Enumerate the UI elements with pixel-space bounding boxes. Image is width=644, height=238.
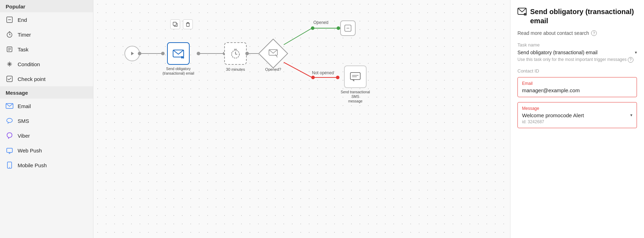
- help-icon-link[interactable]: ?: [591, 30, 597, 36]
- sidebar-item-sms[interactable]: SMS: [0, 113, 93, 128]
- copy-button[interactable]: [170, 19, 180, 29]
- svg-point-22: [9, 167, 10, 168]
- sms-label: Send transactional SMSmessage: [338, 90, 373, 104]
- opened-diamond[interactable]: [258, 39, 288, 69]
- send-email-label: Send obligatory(transactional) email: [162, 67, 194, 76]
- timer-icon: [6, 31, 13, 38]
- node-toolbar: [170, 19, 193, 29]
- diamond-icon: [268, 48, 278, 60]
- sidebar-item-email[interactable]: Email: [0, 99, 93, 113]
- sidebar-item-task[interactable]: Task: [0, 42, 93, 57]
- task-desc: Use this task only for the most importan…: [517, 57, 637, 63]
- sidebar-item-mobilepush-label: Mobile Push: [18, 162, 47, 168]
- message-id: id: 3242687: [522, 119, 632, 124]
- connector-dot-start: [138, 52, 141, 55]
- message-field-chevron: ▾: [630, 113, 632, 118]
- sidebar-item-condition[interactable]: Condition: [0, 57, 93, 71]
- svg-rect-18: [7, 148, 12, 152]
- timer-label: 30 minutes: [226, 67, 245, 72]
- message-field-value: Welcome promocode Alert: [522, 112, 584, 118]
- opened-green-dot2: [311, 26, 314, 30]
- sidebar-item-email-label: Email: [18, 103, 31, 109]
- svg-marker-33: [131, 52, 134, 55]
- svg-line-17: [8, 123, 8, 124]
- sidebar-item-viber-label: Viber: [18, 133, 30, 139]
- right-panel-title: Send obligatory (transactional) email: [530, 7, 637, 25]
- task-name-chevron: ▾: [635, 50, 637, 55]
- sidebar-item-task-label: Task: [18, 46, 29, 52]
- connector-dot-after-email: [197, 52, 200, 55]
- svg-rect-32: [186, 23, 189, 26]
- help-icon-desc[interactable]: ?: [628, 57, 633, 63]
- task-icon: [6, 45, 13, 53]
- sidebar: Popular End Timer: [0, 0, 93, 238]
- email-field-value: manager@example.com: [522, 87, 632, 93]
- sidebar-item-checkpoint-label: Check point: [18, 76, 45, 82]
- message-field-select: Welcome promocode Alert ▾: [522, 112, 632, 118]
- message-field-label: Message: [522, 106, 632, 111]
- open-rect-box[interactable]: [340, 20, 356, 36]
- contact-id-label: Contact ID: [517, 68, 637, 74]
- not-opened-branch-label: Not opened: [312, 70, 334, 75]
- sidebar-item-timer[interactable]: Timer: [0, 27, 93, 42]
- sms-node[interactable]: Send transactional SMSmessage: [338, 65, 373, 104]
- opened-green-dot: [337, 26, 340, 30]
- opened-branch-label: Opened: [313, 20, 329, 25]
- right-panel-header: Send obligatory (transactional) email: [517, 7, 637, 25]
- send-email-node[interactable]: Send obligatory(transactional) email: [162, 42, 194, 76]
- sidebar-item-viber[interactable]: Viber: [0, 128, 93, 143]
- timer-node[interactable]: 30 minutes: [224, 42, 247, 72]
- right-panel-link-row: Read more about contact search ?: [517, 30, 637, 36]
- right-panel-email-icon: [517, 8, 527, 18]
- open-rect-node[interactable]: [340, 20, 356, 36]
- sidebar-section-message: Message: [0, 86, 93, 99]
- task-name-label: Task name: [517, 42, 637, 48]
- sidebar-item-webpush-label: Web Push: [18, 148, 42, 154]
- sidebar-section-popular: Popular: [0, 0, 93, 12]
- sms-icon: [6, 117, 13, 125]
- right-panel-link[interactable]: Read more about contact search: [517, 30, 589, 36]
- task-name-value: Send obligatory (transactional) email: [517, 50, 597, 55]
- sidebar-item-mobilepush[interactable]: Mobile Push: [0, 158, 93, 173]
- sidebar-item-end-label: End: [18, 17, 27, 23]
- sidebar-item-condition-label: Condition: [18, 61, 40, 67]
- svg-point-16: [7, 118, 12, 123]
- sidebar-item-webpush[interactable]: Web Push: [0, 143, 93, 158]
- sidebar-item-timer-label: Timer: [18, 32, 31, 38]
- delete-button[interactable]: [183, 19, 193, 29]
- sms-box[interactable]: [344, 65, 367, 88]
- svg-rect-14: [7, 76, 12, 82]
- checkpoint-icon: [6, 75, 13, 83]
- canvas: Send obligatory(transactional) email 30 …: [93, 0, 510, 238]
- email-icon: [6, 102, 13, 110]
- svg-line-26: [284, 28, 312, 45]
- condition-icon: [6, 60, 13, 68]
- svg-line-28: [284, 62, 312, 77]
- timer-box[interactable]: [224, 42, 247, 65]
- canvas-connections: [93, 0, 510, 238]
- message-field-box[interactable]: Message Welcome promocode Alert ▾ id: 32…: [517, 102, 637, 128]
- sidebar-item-sms-label: SMS: [18, 118, 29, 124]
- send-email-box[interactable]: [167, 42, 190, 65]
- connector-dot-after-timer: [245, 52, 249, 55]
- not-opened-red-dot: [311, 76, 315, 79]
- sidebar-item-checkpoint[interactable]: Check point: [0, 71, 93, 86]
- email-field-box[interactable]: Email manager@example.com: [517, 77, 637, 97]
- end-icon: [6, 16, 13, 24]
- svg-rect-44: [350, 73, 360, 80]
- email-field-label: Email: [522, 81, 632, 86]
- svg-rect-31: [173, 22, 176, 25]
- opened-diamond-node[interactable]: Opened?: [263, 43, 284, 72]
- right-panel: Send obligatory (transactional) email Re…: [510, 0, 644, 238]
- mobilepush-icon: [6, 161, 13, 169]
- sidebar-item-end[interactable]: End: [0, 12, 93, 27]
- task-name-dropdown[interactable]: Send obligatory (transactional) email ▾: [517, 50, 637, 55]
- viber-icon: [6, 132, 13, 139]
- webpush-icon: [6, 146, 13, 154]
